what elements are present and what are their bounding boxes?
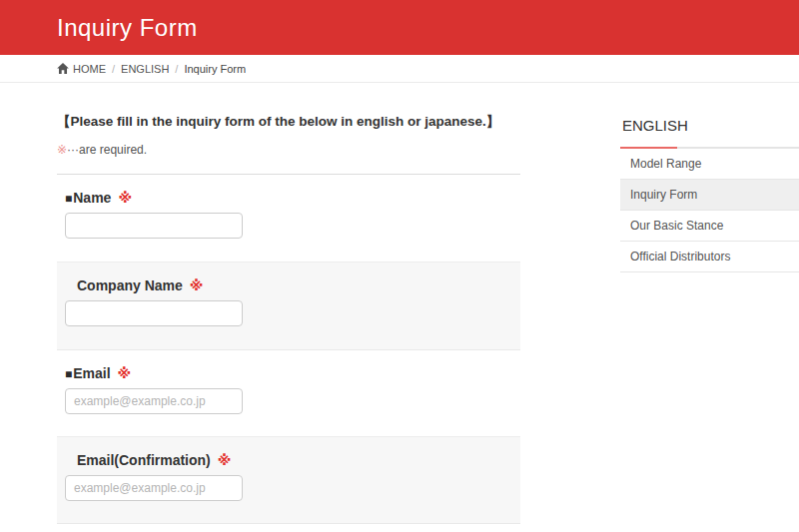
- bullet-square-icon: ■: [65, 192, 72, 206]
- inquiry-form: ■Name※ Company Name※ ■Email※ Email(Confi…: [57, 174, 520, 524]
- sidebar-item-our-basic-stance[interactable]: Our Basic Stance: [620, 211, 799, 242]
- breadcrumb-link-english[interactable]: ENGLISH: [121, 63, 169, 75]
- sidebar-item-official-distributors[interactable]: Official Distributors: [620, 242, 799, 272]
- form-row-company-name: Company Name※: [57, 263, 520, 350]
- email-label-text: Email: [73, 365, 110, 381]
- breadcrumb-separator: /: [112, 63, 115, 75]
- required-mark-icon: ※: [118, 190, 132, 206]
- page-header: Inquiry Form: [0, 0, 799, 55]
- name-label-text: Name: [73, 190, 111, 206]
- page-title: Inquiry Form: [57, 14, 198, 42]
- sidebar-title: ENGLISH: [620, 117, 799, 149]
- company-name-input[interactable]: [65, 300, 243, 326]
- intro-heading: 【Please fill in the inquiry form of the …: [57, 113, 520, 131]
- email-confirmation-label-text: Email(Confirmation): [77, 452, 211, 468]
- sidebar-item-inquiry-form[interactable]: Inquiry Form: [620, 180, 799, 211]
- required-mark-icon: ※: [190, 277, 204, 293]
- required-note: ※···are required.: [57, 143, 520, 157]
- required-mark-icon: ※: [218, 452, 232, 468]
- email-confirmation-label: Email(Confirmation)※: [65, 452, 520, 468]
- bullet-square-icon: ■: [65, 367, 72, 381]
- name-label: ■Name※: [65, 190, 520, 206]
- sidebar: ENGLISH Model Range Inquiry Form Our Bas…: [620, 113, 799, 272]
- company-name-label-text: Company Name: [77, 277, 183, 293]
- name-input[interactable]: [65, 213, 243, 239]
- home-icon: [57, 63, 69, 74]
- breadcrumb-current: Inquiry Form: [184, 63, 246, 75]
- form-row-email-confirmation: Email(Confirmation)※: [57, 437, 520, 524]
- breadcrumb-label-home: HOME: [73, 63, 106, 75]
- sidebar-item-label: Our Basic Stance: [630, 219, 723, 233]
- email-confirmation-input[interactable]: [65, 475, 243, 501]
- sidebar-item-label: Model Range: [630, 157, 701, 171]
- required-note-text: ···are required.: [67, 143, 147, 157]
- sidebar-item-label: Inquiry Form: [630, 188, 697, 202]
- breadcrumb-separator: /: [175, 63, 178, 75]
- main-area: 【Please fill in the inquiry form of the …: [0, 83, 799, 524]
- form-row-email: ■Email※: [57, 350, 520, 437]
- sidebar-item-label: Official Distributors: [630, 250, 730, 264]
- form-row-name: ■Name※: [57, 175, 520, 263]
- required-note-mark: ※: [57, 143, 67, 157]
- required-mark-icon: ※: [118, 365, 132, 381]
- email-label: ■Email※: [65, 365, 520, 381]
- email-input[interactable]: [65, 388, 243, 414]
- breadcrumb-link-home[interactable]: HOME: [57, 63, 106, 75]
- breadcrumb: HOME / ENGLISH / Inquiry Form: [0, 55, 799, 83]
- sidebar-menu: Model Range Inquiry Form Our Basic Stanc…: [620, 149, 799, 272]
- sidebar-item-model-range[interactable]: Model Range: [620, 149, 799, 180]
- company-name-label: Company Name※: [65, 277, 520, 293]
- content-column: 【Please fill in the inquiry form of the …: [57, 113, 520, 524]
